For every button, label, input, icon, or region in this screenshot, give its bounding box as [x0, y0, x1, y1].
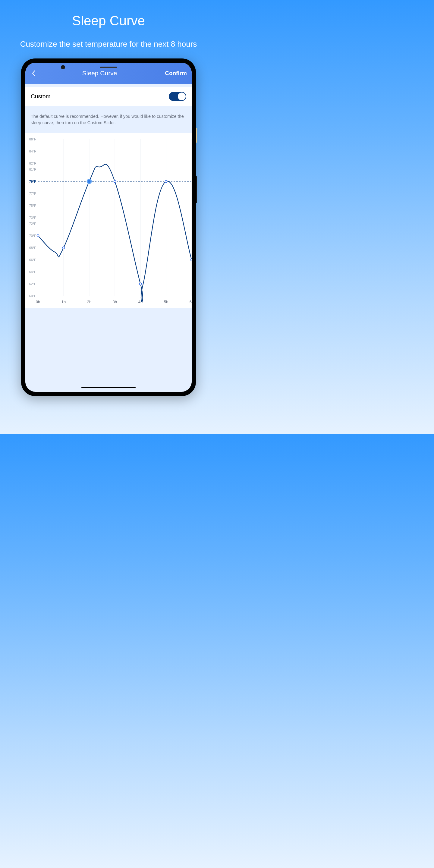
svg-text:5h: 5h [164, 300, 168, 304]
phone-camera [61, 65, 65, 69]
svg-text:73°F: 73°F [29, 216, 36, 219]
svg-text:79°F: 79°F [29, 180, 36, 183]
svg-text:66°F: 66°F [29, 258, 36, 261]
info-text: The default curve is recommended. Howeve… [25, 106, 192, 133]
svg-text:0h: 0h [36, 300, 40, 304]
svg-text:75°F: 75°F [29, 204, 36, 207]
phone-home-indicator [82, 387, 135, 388]
svg-text:81°F: 81°F [29, 167, 36, 171]
svg-text:77°F: 77°F [29, 192, 36, 195]
svg-text:6h: 6h [190, 300, 192, 304]
svg-text:72°F: 72°F [29, 222, 36, 225]
sleep-curve-chart[interactable]: 86°F84°F82°F81°F79°F77°F75°F73°F72°F70°F… [25, 133, 192, 308]
svg-text:68°F: 68°F [29, 246, 36, 250]
custom-toggle-row: Custom [25, 87, 192, 106]
phone-side-button [196, 128, 197, 143]
svg-text:60°F: 60°F [29, 294, 36, 298]
svg-point-30 [37, 235, 39, 237]
app-title: Sleep Curve [34, 70, 165, 77]
phone-frame: Sleep Curve Confirm Custom The default c… [21, 59, 196, 396]
phone-power-button [196, 176, 197, 203]
svg-text:2h: 2h [87, 300, 91, 304]
svg-point-33 [114, 180, 116, 182]
toggle-thumb [178, 93, 186, 100]
svg-text:84°F: 84°F [29, 150, 36, 153]
svg-text:82°F: 82°F [29, 161, 36, 165]
custom-toggle[interactable] [169, 92, 186, 101]
svg-point-34 [139, 283, 141, 285]
svg-point-35 [165, 180, 167, 182]
phone-screen: Sleep Curve Confirm Custom The default c… [25, 63, 192, 392]
svg-text:3h: 3h [113, 300, 117, 304]
svg-point-31 [62, 247, 64, 249]
svg-text:70°F: 70°F [29, 234, 36, 238]
svg-text:62°F: 62°F [29, 282, 36, 286]
chart-svg[interactable]: 86°F84°F82°F81°F79°F77°F75°F73°F72°F70°F… [25, 137, 192, 306]
svg-text:86°F: 86°F [29, 137, 36, 141]
app-header: Sleep Curve Confirm [25, 63, 192, 84]
phone-speaker [100, 67, 117, 68]
page-title: Sleep Curve [0, 13, 217, 28]
page-subtitle: Customize the set temperature for the ne… [0, 39, 217, 50]
svg-text:64°F: 64°F [29, 270, 36, 274]
svg-text:1h: 1h [61, 300, 66, 304]
confirm-button[interactable]: Confirm [165, 70, 187, 76]
custom-label: Custom [31, 93, 50, 100]
svg-point-32 [87, 179, 91, 183]
svg-point-36 [190, 258, 192, 261]
